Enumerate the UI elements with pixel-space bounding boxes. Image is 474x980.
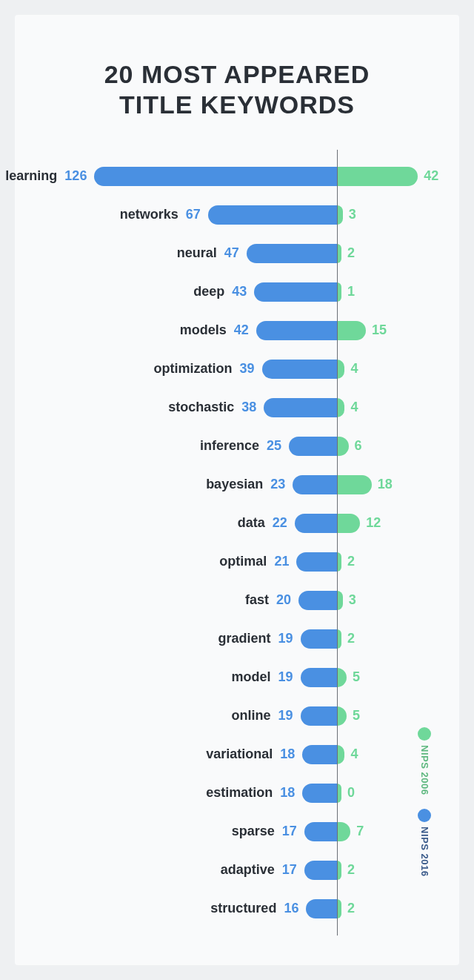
row-label-group: networks67 — [120, 207, 201, 222]
bar-left — [254, 282, 337, 302]
value-right: 15 — [372, 322, 387, 338]
legend-label-right: NIPS 2006 — [419, 745, 430, 795]
bar-left — [302, 745, 337, 764]
value-left: 18 — [280, 785, 295, 801]
keyword-label: neural — [177, 245, 217, 261]
keyword-label: sparse — [232, 824, 275, 839]
keyword-label: online — [232, 708, 271, 724]
title-line-1: 20 MOST APPEARED — [104, 60, 370, 88]
bar-right — [337, 398, 344, 417]
legend-item-right: NIPS 2006 — [418, 727, 431, 795]
row-label-group: neural47 — [177, 245, 239, 261]
value-left: 43 — [232, 284, 247, 299]
value-right: 3 — [349, 592, 356, 608]
bar-left — [295, 514, 337, 533]
bar-row: data2212 — [37, 504, 437, 543]
row-label-group: structured16 — [210, 901, 298, 916]
bar-right — [337, 475, 372, 494]
chart-card: 20 MOST APPEARED TITLE KEYWORDS learning… — [15, 15, 459, 965]
value-right: 2 — [347, 554, 355, 569]
bar-row: bayesian2318 — [37, 466, 437, 504]
bar-chart: learning12642networks673neural472deep431… — [37, 157, 437, 928]
keyword-label: models — [180, 322, 227, 338]
value-left: 19 — [278, 631, 293, 646]
keyword-label: fast — [245, 592, 269, 608]
circle-icon — [418, 809, 431, 822]
bar-row: inference256 — [37, 427, 437, 466]
bar-row: fast203 — [37, 581, 437, 620]
bar-row: models4215 — [37, 311, 437, 350]
value-right: 5 — [353, 669, 360, 685]
bar-right — [337, 321, 366, 340]
keyword-label: model — [232, 669, 271, 685]
row-label-group: learning126 — [5, 168, 87, 184]
bar-row: optimization394 — [37, 350, 437, 388]
row-label-group: optimization39 — [154, 361, 255, 377]
bar-right — [337, 514, 360, 533]
bar-left — [301, 629, 337, 649]
value-left: 19 — [278, 669, 293, 685]
row-label-group: estimation18 — [206, 785, 295, 801]
bar-row: deep431 — [37, 273, 437, 311]
bar-row: sparse177 — [37, 812, 437, 851]
value-right: 2 — [347, 862, 355, 878]
value-right: 18 — [378, 477, 393, 492]
bar-left — [256, 321, 337, 340]
row-label-group: fast20 — [245, 592, 291, 608]
value-left: 39 — [240, 361, 255, 377]
keyword-label: adaptive — [221, 862, 275, 878]
value-right: 4 — [350, 746, 358, 762]
value-left: 22 — [273, 515, 287, 531]
bar-left — [289, 437, 337, 456]
keyword-label: inference — [200, 438, 259, 454]
keyword-label: bayesian — [206, 477, 263, 492]
bar-row: adaptive172 — [37, 851, 437, 890]
row-label-group: optimal21 — [219, 554, 289, 569]
bar-right — [337, 822, 350, 841]
bar-row: online195 — [37, 697, 437, 735]
keyword-label: optimal — [219, 554, 267, 569]
bar-row: networks673 — [37, 196, 437, 234]
value-left: 20 — [276, 592, 291, 608]
bar-left — [298, 591, 337, 610]
value-left: 19 — [278, 708, 293, 724]
bar-row: stochastic384 — [37, 388, 437, 427]
keyword-label: stochastic — [168, 400, 234, 415]
value-left: 17 — [282, 862, 297, 878]
circle-icon — [418, 727, 431, 741]
bar-row: learning12642 — [37, 157, 437, 196]
keyword-label: learning — [5, 168, 57, 184]
row-label-group: online19 — [232, 708, 293, 724]
bar-row: neural472 — [37, 234, 437, 273]
bar-row: model195 — [37, 658, 437, 697]
keyword-label: estimation — [206, 785, 273, 801]
value-left: 21 — [274, 554, 289, 569]
value-right: 2 — [347, 631, 355, 646]
value-left: 17 — [282, 824, 297, 839]
value-right: 5 — [353, 708, 360, 724]
value-left: 23 — [270, 477, 285, 492]
center-axis — [337, 150, 338, 936]
legend: NIPS 2006 NIPS 2016 — [418, 727, 431, 876]
row-label-group: deep43 — [193, 284, 247, 299]
bar-row: gradient192 — [37, 620, 437, 658]
value-left: 126 — [64, 168, 87, 184]
keyword-label: structured — [210, 901, 276, 916]
value-right: 2 — [347, 901, 355, 916]
bar-left — [304, 822, 337, 841]
bar-right — [337, 205, 343, 225]
value-right: 12 — [366, 515, 381, 531]
value-left: 16 — [284, 901, 298, 916]
bar-right — [337, 591, 343, 610]
keyword-label: optimization — [154, 361, 233, 377]
bar-right — [337, 167, 418, 186]
row-label-group: sparse17 — [232, 824, 297, 839]
value-right: 42 — [424, 168, 438, 184]
bar-right — [337, 437, 349, 456]
row-label-group: bayesian23 — [206, 477, 285, 492]
keyword-label: data — [238, 515, 265, 531]
bar-left — [247, 244, 337, 263]
value-right: 4 — [350, 400, 358, 415]
bar-row: optimal212 — [37, 543, 437, 581]
bar-right — [337, 706, 347, 726]
